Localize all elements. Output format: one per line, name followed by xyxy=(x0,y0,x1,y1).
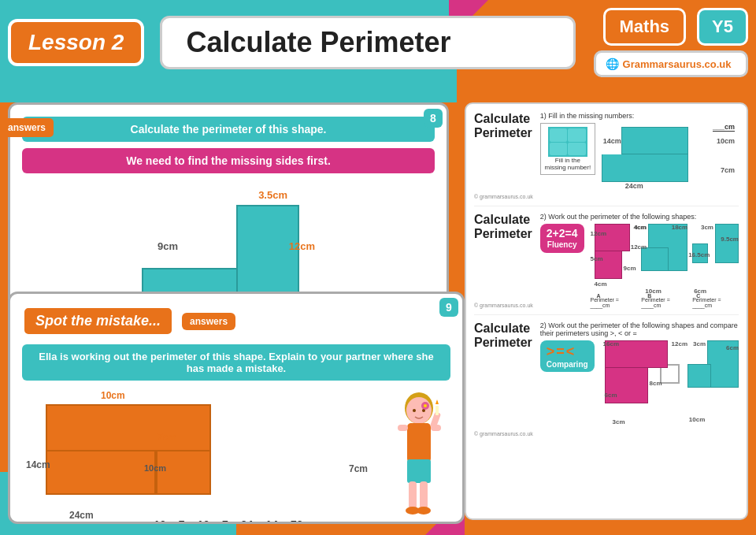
ws-s1-left: 14cm xyxy=(603,137,621,145)
svg-marker-7 xyxy=(435,399,439,404)
slide-8-number: 8 xyxy=(424,109,443,128)
comparing-label: Comparing xyxy=(547,360,588,369)
ws-puzzle-label: Fill in the missing number! xyxy=(544,157,591,171)
svg-rect-6 xyxy=(435,406,439,415)
ws-shape-bottom xyxy=(602,154,688,182)
ws-section-1-title-row: CalculatePerimeter 1) Fill in the missin… xyxy=(474,112,739,190)
ws-section-2-title-row: CalculatePerimeter 2) Work out the perim… xyxy=(474,213,739,299)
title-box: Calculate Perimeter xyxy=(160,16,575,69)
ws-s1-blank: ___cm xyxy=(713,123,735,132)
s9-bottom-label: 24cm xyxy=(69,510,94,521)
ws-shape-b: 4cm 18cm 12cm 10cm B Perimeter = ____cm xyxy=(641,224,687,299)
slide-8-subinstruction: We need to find the missing sides first. xyxy=(22,148,435,173)
header: Lesson 2 Calculate Perimeter Maths Y5 🌐 … xyxy=(8,8,748,77)
ws-section-2: CalculatePerimeter 2) Work out the perim… xyxy=(474,213,739,315)
ws-shapes-row: 4cm 12cm 5cm 4cm 9cm A Perimeter = ____c… xyxy=(591,224,739,299)
svg-rect-3 xyxy=(398,425,408,431)
s9-top-rect xyxy=(46,404,211,451)
svg-rect-10 xyxy=(420,481,428,509)
s9-bottom-right xyxy=(156,451,211,495)
slide-9-shape-area: 10cm 7cm 10cm 14cm 7cm 24cm xyxy=(22,388,372,522)
subject-badge: Maths xyxy=(603,8,687,46)
year-badge: Y5 xyxy=(697,8,748,46)
fluency-label: Fluency xyxy=(547,240,578,250)
ws-shape-a: 4cm 12cm 5cm 4cm 9cm A Perimeter = ____c… xyxy=(591,224,637,299)
slide-8-instruction: Calculate the perimeter of this shape. xyxy=(22,117,435,142)
svg-point-12 xyxy=(417,507,431,515)
ws-section-3-row: >=< Comparing 12cm 16cm 8cm 6cm xyxy=(540,340,739,427)
globe-icon: 🌐 xyxy=(606,58,619,70)
comparing-symbols: >=< xyxy=(547,344,588,360)
slide-9-answers[interactable]: answers xyxy=(182,313,235,330)
answers-tab[interactable]: answers xyxy=(0,118,54,137)
ws-s1-right-bot: 7cm xyxy=(721,166,735,174)
s9-inner-v-label: 7cm xyxy=(158,432,176,443)
ws-section-1-shape: 14cm ___cm 10cm 7cm 24cm xyxy=(602,123,739,190)
fluency-badge: 2+2=4 Fluency xyxy=(540,224,584,253)
svg-rect-8 xyxy=(407,459,431,483)
ws-section-1-shapes: Fill in the missing number! 14cm ___cm 1… xyxy=(540,123,739,190)
svg-point-16 xyxy=(424,404,427,407)
ws-section-1-title: CalculatePerimeter xyxy=(474,112,532,139)
ws-section-2-title: CalculatePerimeter xyxy=(474,213,532,240)
s9-top-label: 10cm xyxy=(101,390,125,401)
website-label: Grammarsaurus.co.uk xyxy=(623,58,732,70)
character-figure xyxy=(387,388,450,522)
svg-rect-9 xyxy=(409,481,417,509)
slide-9-content: 10cm 7cm 10cm 14cm 7cm 24cm xyxy=(22,388,450,522)
s9-inner-h-label: 10cm xyxy=(144,463,166,473)
s9-left-label: 14cm xyxy=(26,459,50,470)
ws-grammarsaurus-1: © grammarsaurus.co.uk xyxy=(474,194,739,199)
spot-badge: Spot the mistake... xyxy=(22,306,174,336)
slide-8: 8 Calculate the perimeter of this shape.… xyxy=(8,102,449,315)
ws-section-3-shapes: 12cm 16cm 8cm 6cm 3cm 3cm xyxy=(601,340,739,427)
ws-shape-teal: 3cm 6cm 10cm xyxy=(687,340,739,427)
ws-puzzle-box: Fill in the missing number! xyxy=(540,123,595,175)
slide-8-shape: 3.5cm 12cm 9cm 6cm xyxy=(142,189,315,307)
character-svg xyxy=(390,388,449,522)
ws-section-3-instruction: 2) Work out the perimeter of the followi… xyxy=(540,321,739,337)
slide-9-top: Spot the mistake... answers xyxy=(22,306,450,336)
ws-section-2-instruction: 2) Work out the perimeter of the followi… xyxy=(540,213,739,221)
svg-point-1 xyxy=(406,397,432,424)
svg-point-13 xyxy=(413,409,416,412)
answers-tab-label: answers xyxy=(8,122,46,133)
worksheet-panel: CalculatePerimeter 1) Fill in the missin… xyxy=(465,102,748,520)
ws-shape-pink: 12cm 16cm 8cm 6cm 3cm xyxy=(601,340,652,427)
label-3-5cm: 3.5cm xyxy=(258,189,287,201)
ws-section-3-title-row: CalculatePerimeter 2) Work out the perim… xyxy=(474,321,739,427)
ws-section-1: CalculatePerimeter 1) Fill in the missin… xyxy=(474,112,739,206)
ws-grammarsaurus-3: © grammarsaurus.co.uk xyxy=(474,431,739,437)
ws-shape-c: 3cm 9.5cm 16.5cm 6cm C Perimeter = ____c… xyxy=(692,224,739,299)
label-12cm: 12cm xyxy=(289,240,315,252)
grammarsaurus-logo: 🌐 Grammarsaurus.co.uk xyxy=(594,50,748,77)
ws-section-2-row: 2+2=4 Fluency 4cm 12cm 5cm 4cm 9cm xyxy=(540,224,739,299)
page-title: Calculate Perimeter xyxy=(186,26,450,59)
fluency-math: 2+2=4 xyxy=(547,227,578,240)
slide-9: 9 Spot the mistake... answers Ella is wo… xyxy=(8,292,465,524)
slide-9-number: 9 xyxy=(439,298,458,317)
slide-8-shape-area: 3.5cm 12cm 9cm 6cm xyxy=(22,181,435,307)
ws-section-3-title: CalculatePerimeter xyxy=(474,321,532,349)
ws-section-1-instruction: 1) Fill in the missing numbers: xyxy=(540,112,739,120)
label-9cm: 9cm xyxy=(158,240,178,252)
ws-s1-bottom: 24cm xyxy=(625,182,643,190)
lesson-label: Lesson 2 xyxy=(28,30,124,54)
s9-bottom-left xyxy=(46,451,156,495)
comparing-badge: >=< Comparing xyxy=(540,340,595,372)
ws-shape-top xyxy=(621,127,688,154)
slide-9-description: Ella is working out the perimeter of thi… xyxy=(22,344,450,381)
ws-section-3: CalculatePerimeter 2) Work out the perim… xyxy=(474,321,739,443)
svg-rect-2 xyxy=(407,423,431,463)
lesson-badge: Lesson 2 xyxy=(8,19,144,66)
ws-s1-right-top: 10cm xyxy=(717,137,735,145)
s9-right-label: 7cm xyxy=(349,463,368,474)
